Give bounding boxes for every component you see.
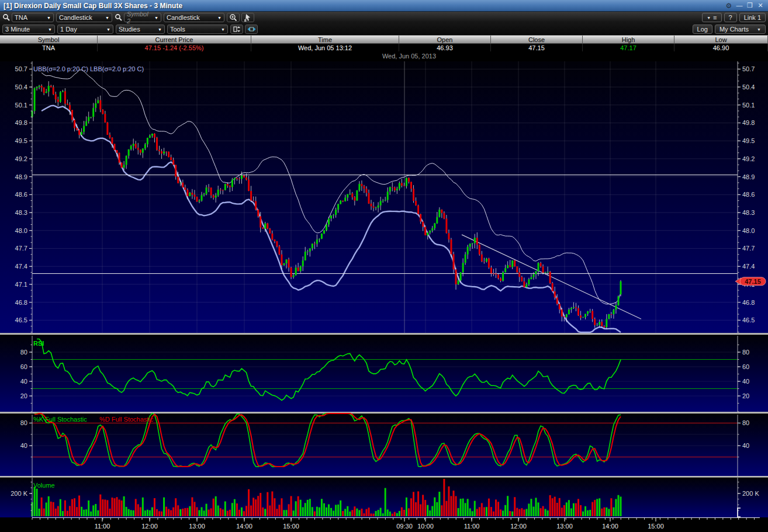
quote-header: Symbol Current Price Time Open Close Hig… — [0, 35, 768, 51]
chevron-down-icon: ▼ — [158, 27, 162, 32]
svg-text:48.0: 48.0 — [15, 227, 27, 234]
svg-text:49.2: 49.2 — [742, 155, 755, 162]
svg-text:48.9: 48.9 — [15, 173, 27, 180]
maximize-button[interactable]: ❒ — [746, 2, 754, 10]
svg-text:50.4: 50.4 — [742, 84, 755, 91]
chart-style1-dropdown[interactable]: Candlestick▼ — [56, 13, 112, 22]
my-charts-dropdown[interactable]: My Charts ▼ — [715, 25, 766, 34]
col-symbol-label: Symbol — [0, 36, 98, 44]
range-dropdown[interactable]: 1 Day▼ — [57, 25, 113, 34]
svg-text:12:00: 12:00 — [141, 523, 158, 530]
col-low-label: Low — [674, 36, 768, 44]
panel-separator — [0, 412, 768, 413]
tools-dropdown[interactable]: Tools▼ — [167, 25, 228, 34]
log-button[interactable]: Log — [693, 25, 712, 34]
crosshair-pointer-button[interactable] — [241, 13, 254, 22]
symbol2-dropdown[interactable]: Symbol 2▼ — [124, 13, 161, 22]
symbol1-value: TNA — [15, 14, 27, 21]
svg-text:80: 80 — [742, 419, 749, 426]
main-panel-bg — [0, 61, 768, 333]
svg-text:47.7: 47.7 — [15, 245, 27, 252]
close-value: 47.15 — [491, 44, 583, 52]
crosshair-pointer-icon — [244, 13, 252, 22]
zoom-in-button[interactable] — [227, 13, 240, 22]
chevron-down-icon: ▼ — [707, 16, 711, 20]
svg-text:20: 20 — [20, 392, 27, 399]
svg-text:48.6: 48.6 — [742, 191, 755, 198]
chart-date-title: Wed, Jun 05, 2013 — [382, 53, 436, 60]
menu-button[interactable]: ▼ ≡ — [702, 13, 721, 22]
chart-style2-dropdown[interactable]: Candlestick▼ — [164, 13, 224, 22]
svg-text:50.1: 50.1 — [15, 102, 27, 109]
svg-text:12:00: 12:00 — [510, 523, 527, 530]
bar-width-button[interactable] — [230, 25, 243, 34]
settings-gear-icon[interactable]: ⚙ — [725, 2, 733, 10]
svg-text:49.2: 49.2 — [15, 155, 27, 162]
toolbar-right-1: ▼ ≡ ? Link 1 — [700, 12, 766, 23]
svg-text:46.5: 46.5 — [15, 317, 27, 324]
window-title: [1] Direxion Daily Small Cap Bull 3X Sha… — [0, 2, 725, 10]
chevron-down-icon: ▼ — [106, 27, 110, 32]
zoom-in-icon — [229, 13, 237, 22]
svg-text:40: 40 — [742, 378, 749, 385]
svg-text:50.7: 50.7 — [742, 65, 755, 72]
toolbar-row-1: TNA▼ Candlestick▼ Symbol 2▼ Candlestick▼ — [0, 12, 768, 23]
svg-text:47.4: 47.4 — [742, 263, 755, 270]
studies-dropdown[interactable]: Studies▼ — [116, 25, 165, 34]
svg-text:47.1: 47.1 — [15, 281, 27, 288]
svg-text:13:00: 13:00 — [189, 523, 205, 530]
window-controls: ⚙ — ❒ ✕ — [725, 2, 768, 10]
minimize-button[interactable]: — — [735, 2, 743, 10]
svg-text:14:00: 14:00 — [236, 523, 252, 530]
svg-text:80: 80 — [20, 419, 27, 426]
svg-text:80: 80 — [742, 349, 749, 356]
symbol1-dropdown[interactable]: TNA▼ — [12, 13, 54, 22]
svg-text:11:00: 11:00 — [464, 523, 480, 530]
svg-text:49.5: 49.5 — [15, 137, 27, 144]
svg-text:46.8: 46.8 — [15, 299, 27, 306]
panel-separator — [0, 476, 768, 478]
stoch-k-label: %K Full Stochastic — [33, 416, 87, 423]
bollinger-label: UBB(σ=2.0 p:20 C) LBB(σ=2.0 p:20 C) — [33, 65, 144, 72]
svg-text:200 K: 200 K — [11, 490, 27, 497]
svg-text:40: 40 — [20, 378, 27, 385]
col-open-label: Open — [399, 36, 491, 44]
chevron-down-icon: ▼ — [217, 16, 222, 20]
col-time-label: Time — [251, 36, 399, 44]
hamburger-icon: ≡ — [713, 14, 717, 21]
rsi-panel-bg — [0, 336, 768, 412]
svg-text:48.3: 48.3 — [15, 209, 27, 216]
help-button[interactable]: ? — [724, 13, 737, 22]
chevron-down-icon: ▼ — [221, 27, 225, 32]
volume-label: Volume — [33, 482, 55, 489]
chart-canvas[interactable]: 46.546.546.846.847.147.147.447.447.747.7… — [0, 51, 768, 532]
current-price-value: 47.15 -1.24 (-2.55%) — [98, 44, 251, 52]
symbol-value: TNA — [0, 44, 98, 52]
close-button[interactable]: ✕ — [756, 2, 764, 10]
svg-text:49.5: 49.5 — [742, 137, 755, 144]
col-current-price-label: Current Price — [98, 36, 251, 44]
high-value: 47.17 — [583, 44, 674, 52]
svg-text:40: 40 — [20, 442, 27, 449]
interval-dropdown[interactable]: 3 Minute▼ — [2, 25, 55, 34]
search-icon[interactable] — [115, 13, 123, 22]
svg-text:10:00: 10:00 — [417, 523, 434, 530]
svg-text:46.8: 46.8 — [742, 299, 755, 306]
svg-text:40: 40 — [742, 442, 749, 449]
chevron-down-icon: ▼ — [105, 16, 109, 20]
toolbar-right-2: Log My Charts ▼ — [690, 23, 766, 35]
quote-header-values: TNA 47.15 -1.24 (-2.55%) Wed, Jun 05 13:… — [0, 44, 768, 52]
pan-view-button[interactable] — [245, 25, 258, 34]
svg-text:09:30: 09:30 — [396, 523, 413, 530]
rsi-label: RSI — [33, 340, 44, 347]
open-value: 46.93 — [399, 44, 491, 52]
svg-text:20: 20 — [742, 392, 749, 399]
search-icon[interactable] — [2, 13, 11, 22]
svg-text:50.4: 50.4 — [15, 84, 27, 91]
chevron-down-icon: ▼ — [48, 27, 52, 32]
link1-button[interactable]: Link 1 — [739, 13, 766, 22]
time-value: Wed, Jun 05 13:12 — [251, 44, 399, 52]
svg-text:50.7: 50.7 — [15, 65, 27, 72]
stoch-d-label: %D Full Stochastic — [99, 416, 154, 423]
svg-text:47.7: 47.7 — [742, 245, 755, 252]
